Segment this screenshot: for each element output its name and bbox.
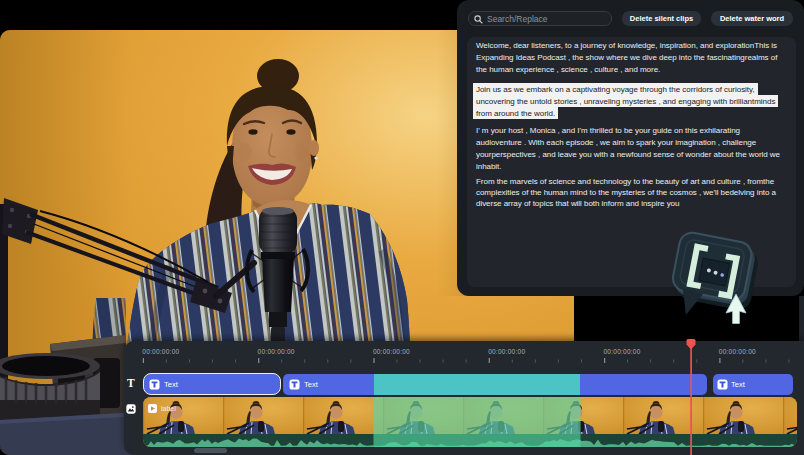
svg-text:label: label	[161, 404, 176, 411]
